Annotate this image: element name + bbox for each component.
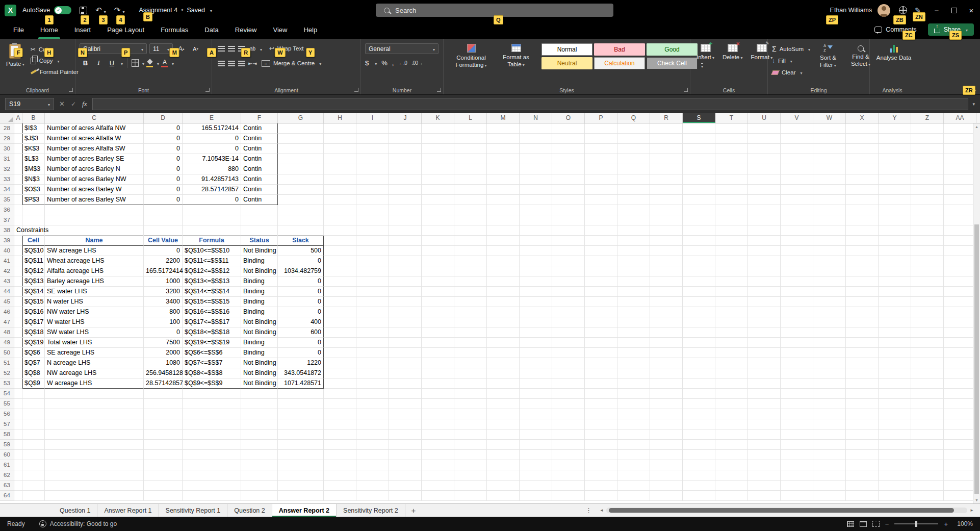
cell-S64[interactable] — [683, 491, 715, 501]
cell-W33[interactable] — [813, 174, 846, 185]
cell-W50[interactable] — [813, 348, 846, 358]
cell-U42[interactable] — [748, 266, 781, 276]
cell-V45[interactable] — [781, 297, 813, 307]
column-header-E[interactable]: E — [183, 113, 241, 123]
cell-G42[interactable]: 1034.482759 — [278, 266, 324, 276]
cell-C43[interactable]: Barley acreage LHS — [45, 276, 144, 287]
cell-J62[interactable] — [389, 470, 422, 481]
cell-U45[interactable] — [748, 297, 781, 307]
cell-K38[interactable] — [422, 225, 454, 236]
cell-X54[interactable] — [846, 389, 879, 399]
cell-U49[interactable] — [748, 338, 781, 348]
format-painter-button[interactable]: Format Painter — [31, 67, 79, 77]
cell-H52[interactable] — [324, 368, 356, 378]
row-header-53[interactable]: 53 — [0, 378, 14, 389]
cell-E61[interactable] — [183, 460, 241, 470]
cell-G37[interactable] — [278, 215, 324, 225]
increase-decimal-icon[interactable]: ←.0 — [398, 60, 407, 66]
cell-M52[interactable] — [487, 368, 520, 378]
cell-N28[interactable] — [520, 123, 552, 134]
cell-E34[interactable]: 28.57142857 — [183, 185, 241, 195]
horizontal-scrollbar[interactable]: ◄ ► — [600, 506, 974, 515]
cell-A52[interactable] — [14, 368, 22, 378]
cell-K59[interactable] — [422, 440, 454, 450]
cell-M58[interactable] — [487, 429, 520, 440]
cut-button[interactable]: ✂Cut — [31, 44, 79, 55]
cell-W43[interactable] — [813, 276, 846, 287]
cell-J63[interactable] — [389, 481, 422, 491]
cell-M30[interactable] — [487, 144, 520, 154]
cell-C29[interactable]: Number of acres Alfalfa W — [45, 134, 144, 144]
cell-P58[interactable] — [585, 429, 617, 440]
cell-M41[interactable] — [487, 256, 520, 266]
cell-A60[interactable] — [14, 450, 22, 460]
cell-B34[interactable]: $O$3 — [22, 185, 45, 195]
cell-K33[interactable] — [422, 174, 454, 185]
cell-P55[interactable] — [585, 399, 617, 409]
cell-Y33[interactable] — [879, 174, 911, 185]
cell-M42[interactable] — [487, 266, 520, 276]
cell-N46[interactable] — [520, 307, 552, 317]
cell-X28[interactable] — [846, 123, 879, 134]
cell-D54[interactable] — [144, 389, 183, 399]
cell-E37[interactable] — [183, 215, 241, 225]
cell-V31[interactable] — [781, 154, 813, 164]
cell-Y51[interactable] — [879, 358, 911, 368]
cell-G43[interactable]: 0 — [278, 276, 324, 287]
cell-P41[interactable] — [585, 256, 617, 266]
cell-X38[interactable] — [846, 225, 879, 236]
cell-V42[interactable] — [781, 266, 813, 276]
cell-AA62[interactable] — [944, 470, 976, 481]
title-dropdown-icon[interactable] — [209, 7, 212, 14]
cell-D48[interactable]: 0 — [144, 327, 183, 338]
cell-O41[interactable] — [552, 256, 585, 266]
cell-B41[interactable]: $Q$11 — [22, 256, 45, 266]
cell-E63[interactable] — [183, 481, 241, 491]
cell-R48[interactable] — [650, 327, 683, 338]
cell-C48[interactable]: SW water LHS — [45, 327, 144, 338]
cell-V63[interactable] — [781, 481, 813, 491]
cell-O40[interactable] — [552, 246, 585, 256]
cell-C35[interactable]: Number of acres Barley SW — [45, 195, 144, 205]
cell-J57[interactable] — [389, 419, 422, 429]
cell-T60[interactable] — [715, 450, 748, 460]
cell-H53[interactable] — [324, 378, 356, 389]
cell-AA56[interactable] — [944, 409, 976, 419]
cell-S54[interactable] — [683, 389, 715, 399]
cell-F40[interactable]: Not Binding — [241, 246, 278, 256]
cell-I59[interactable] — [356, 440, 389, 450]
cell-B37[interactable] — [22, 215, 45, 225]
cell-L45[interactable] — [454, 297, 487, 307]
cell-P45[interactable] — [585, 297, 617, 307]
cell-G52[interactable]: 343.0541872 — [278, 368, 324, 378]
cell-B54[interactable] — [22, 389, 45, 399]
cell-J29[interactable] — [389, 134, 422, 144]
row-header-57[interactable]: 57 — [0, 419, 14, 429]
cell-B50[interactable]: $Q$6 — [22, 348, 45, 358]
column-header-G[interactable]: G — [278, 113, 324, 123]
cell-X43[interactable] — [846, 276, 879, 287]
cell-P31[interactable] — [585, 154, 617, 164]
cell-P62[interactable] — [585, 470, 617, 481]
cell-X44[interactable] — [846, 287, 879, 297]
cell-S32[interactable] — [683, 164, 715, 174]
cell-E45[interactable]: $Q$15<=$S$15 — [183, 297, 241, 307]
copy-button[interactable]: Copy — [31, 56, 79, 66]
row-header-43[interactable]: 43 — [0, 276, 14, 287]
cell-A50[interactable] — [14, 348, 22, 358]
cell-L56[interactable] — [454, 409, 487, 419]
cell-N54[interactable] — [520, 389, 552, 399]
cell-X61[interactable] — [846, 460, 879, 470]
cell-I33[interactable] — [356, 174, 389, 185]
cell-O51[interactable] — [552, 358, 585, 368]
cell-D49[interactable]: 7500 — [144, 338, 183, 348]
cell-C47[interactable]: W water LHS — [45, 317, 144, 327]
cell-AA64[interactable] — [944, 491, 976, 501]
cell-J45[interactable] — [389, 297, 422, 307]
cell-U60[interactable] — [748, 450, 781, 460]
cell-D32[interactable]: 0 — [144, 164, 183, 174]
cell-E60[interactable] — [183, 450, 241, 460]
cell-U50[interactable] — [748, 348, 781, 358]
cell-C36[interactable] — [45, 205, 144, 215]
cell-M64[interactable] — [487, 491, 520, 501]
